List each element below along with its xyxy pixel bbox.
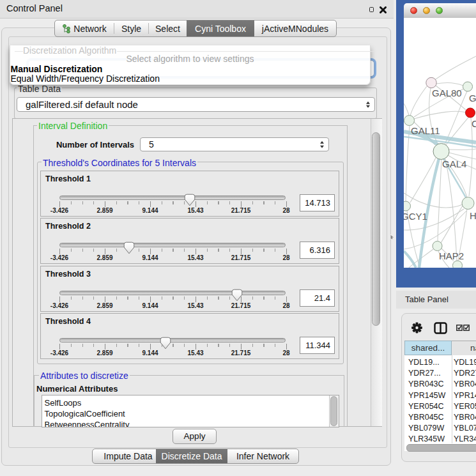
svg-text:GAL80: GAL80 <box>432 88 462 98</box>
svg-text:CR: CR <box>472 118 476 129</box>
svg-text:HAP2: HAP2 <box>439 250 464 261</box>
svg-text:GAL11: GAL11 <box>411 125 440 136</box>
svg-text:GCY1: GCY1 <box>404 211 427 222</box>
svg-text:GAL4: GAL4 <box>442 158 466 169</box>
svg-text:GA: GA <box>469 93 476 104</box>
svg-text:HI: HI <box>470 210 476 221</box>
